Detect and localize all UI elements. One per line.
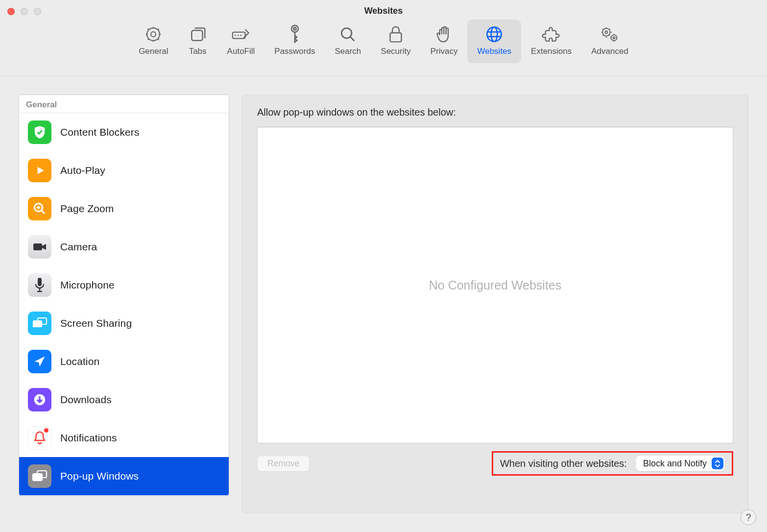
content-area: General Content Blockers: [19, 95, 748, 513]
tab-label: Extensions: [531, 47, 572, 56]
tab-autofill[interactable]: AutoFill: [217, 20, 265, 63]
tab-label: Tabs: [189, 47, 207, 56]
sidebar-item-label: Pop-up Windows: [60, 470, 139, 482]
sidebar-item-label: Location: [60, 356, 99, 367]
svg-rect-2: [192, 30, 202, 41]
zoom-in-icon: [28, 197, 51, 220]
tab-label: Passwords: [274, 47, 315, 56]
screens-icon: [28, 312, 51, 335]
detail-footer: Remove When visiting other websites: Blo…: [257, 451, 733, 476]
tabs-icon: [188, 24, 208, 44]
key-icon: [285, 24, 305, 44]
tab-label: Search: [335, 47, 361, 56]
preferences-toolbar: General Tabs AutoFill: [0, 20, 767, 76]
svg-point-12: [491, 27, 498, 41]
footer-highlight-box: When visiting other websites: Block and …: [492, 451, 733, 476]
svg-point-5: [238, 35, 239, 36]
svg-point-15: [611, 35, 617, 41]
svg-point-11: [487, 27, 502, 41]
svg-point-14: [605, 31, 607, 33]
tab-privacy[interactable]: Privacy: [421, 20, 468, 63]
svg-rect-18: [33, 243, 42, 250]
sidebar-item-label: Notifications: [60, 432, 117, 444]
tab-passwords[interactable]: Passwords: [264, 20, 325, 63]
globe-icon: [484, 24, 504, 44]
svg-point-16: [613, 37, 615, 39]
tab-advanced[interactable]: Advanced: [581, 20, 638, 63]
microphone-icon: [28, 273, 51, 297]
preferences-window: Websites General Tabs: [0, 0, 767, 532]
search-icon: [338, 24, 358, 44]
autofill-icon: [231, 24, 251, 44]
sidebar-item-location[interactable]: Location: [19, 342, 229, 381]
sidebar-item-label: Microphone: [60, 279, 115, 291]
svg-rect-10: [390, 33, 401, 42]
tab-websites[interactable]: Websites: [467, 20, 521, 63]
camera-icon: [28, 235, 51, 259]
tab-tabs[interactable]: Tabs: [178, 20, 217, 63]
shield-check-icon: [28, 121, 51, 144]
sidebar-item-page-zoom[interactable]: Page Zoom: [19, 190, 229, 228]
sidebar-item-label: Downloads: [60, 394, 112, 406]
sidebar-item-downloads[interactable]: Downloads: [19, 381, 229, 419]
bell-icon: [28, 426, 51, 450]
sidebar-item-notifications[interactable]: Notifications: [19, 419, 229, 457]
sidebar-item-label: Content Blockers: [60, 126, 140, 138]
lock-icon: [386, 24, 406, 44]
hand-icon: [434, 24, 454, 44]
tab-general[interactable]: General: [129, 20, 178, 63]
dropdown-value: Block and Notify: [643, 459, 707, 469]
other-websites-label: When visiting other websites:: [500, 458, 627, 469]
svg-point-7: [291, 25, 298, 32]
sidebar-item-label: Auto-Play: [60, 165, 105, 176]
svg-point-6: [240, 35, 242, 36]
empty-state-text: No Configured Websites: [429, 278, 562, 292]
tab-label: AutoFill: [227, 47, 255, 56]
gears-icon: [600, 24, 620, 44]
gear-icon: [144, 24, 163, 44]
sidebar-item-content-blockers[interactable]: Content Blockers: [19, 113, 229, 151]
sidebar-item-label: Page Zoom: [60, 203, 114, 215]
sidebar-item-label: Camera: [60, 241, 97, 253]
svg-point-8: [293, 27, 296, 30]
detail-heading: Allow pop-up windows on the websites bel…: [257, 107, 733, 118]
popup-policy-dropdown[interactable]: Block and Notify: [636, 456, 725, 471]
svg-point-4: [235, 35, 236, 36]
tab-security[interactable]: Security: [371, 20, 420, 63]
sidebar-item-microphone[interactable]: Microphone: [19, 266, 229, 304]
svg-point-0: [151, 32, 156, 37]
windows-icon: [28, 464, 51, 488]
detail-panel: Allow pop-up windows on the websites bel…: [242, 95, 748, 513]
tab-extensions[interactable]: Extensions: [521, 20, 581, 63]
play-icon: [28, 159, 51, 182]
sidebar-section-title: General: [19, 95, 229, 113]
sidebar-item-auto-play[interactable]: Auto-Play: [19, 151, 229, 190]
svg-point-9: [342, 28, 352, 38]
sidebar-item-screen-sharing[interactable]: Screen Sharing: [19, 304, 229, 342]
download-icon: [28, 388, 51, 411]
tab-label: Advanced: [591, 47, 628, 56]
svg-point-13: [602, 28, 610, 36]
tab-search[interactable]: Search: [325, 20, 371, 63]
window-title: Websites: [0, 6, 767, 16]
sidebar-list[interactable]: Content Blockers Auto-Play Page Zoom: [19, 113, 229, 496]
puzzle-icon: [542, 24, 561, 44]
svg-point-1: [147, 28, 160, 41]
settings-sidebar: General Content Blockers: [19, 95, 229, 496]
location-arrow-icon: [28, 350, 51, 373]
sidebar-item-camera[interactable]: Camera: [19, 228, 229, 266]
tab-label: Websites: [477, 47, 511, 56]
chevron-up-down-icon: [712, 458, 723, 469]
sidebar-item-label: Screen Sharing: [60, 317, 132, 329]
tab-label: Privacy: [431, 47, 458, 56]
configured-websites-list[interactable]: No Configured Websites: [257, 127, 733, 443]
help-button[interactable]: ?: [741, 509, 756, 525]
tab-label: Security: [381, 47, 410, 56]
svg-rect-19: [38, 278, 42, 286]
svg-rect-3: [233, 32, 245, 39]
sidebar-item-popup-windows[interactable]: Pop-up Windows: [19, 457, 229, 495]
tab-label: General: [139, 47, 168, 56]
remove-button[interactable]: Remove: [257, 456, 310, 472]
